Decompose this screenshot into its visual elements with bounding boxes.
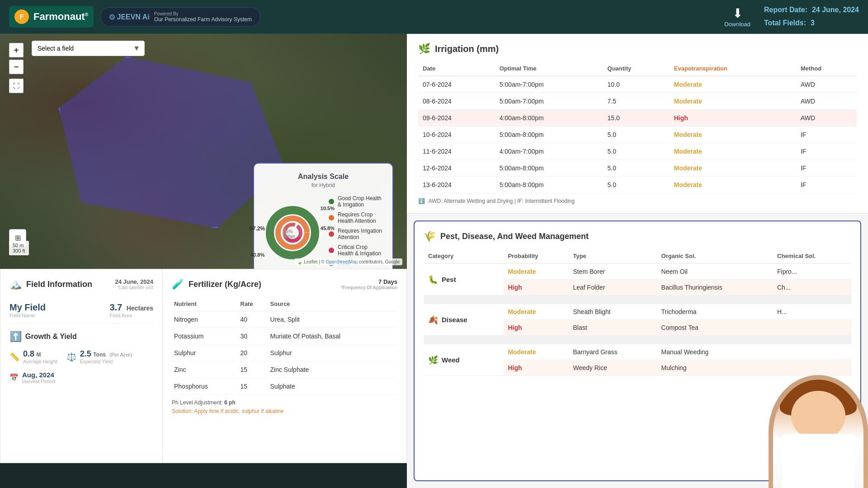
- fert-source: Urea, Split: [268, 311, 397, 328]
- pdw-col-chemical: Chemical Sol.: [773, 249, 851, 263]
- scale-chart: 97.2% 10.5% 45.8% 40.8% 5%Other Good Cro…: [263, 195, 383, 269]
- irr-time: 5:00am-8:00pm: [495, 160, 603, 177]
- pdw-col-probability: Probability: [503, 249, 568, 263]
- growth-header: ⬆️ Growth & Yield: [9, 331, 153, 343]
- irr-et: Moderate: [670, 76, 796, 93]
- irr-table-row: 13-6-2024 5:00am-8:00pm 5.0 Moderate IF: [418, 177, 857, 193]
- pdw-header: 🌾 Pest, Disease, And Weed Management: [424, 230, 851, 242]
- pdw-organic: Neem Oil: [657, 263, 773, 280]
- pdw-chemical: Ch...: [773, 280, 851, 296]
- scale-300ft: 300 ft: [13, 248, 25, 253]
- zoom-in-button[interactable]: +: [9, 43, 24, 57]
- download-area[interactable]: ⬇ Download: [724, 6, 750, 28]
- metric-yield: ⚖️ 2.5 Tons (Per Acre) Expected Yield: [66, 349, 132, 364]
- total-fields-value: 3: [811, 19, 815, 27]
- irr-method: IF: [796, 127, 857, 143]
- irr-time: 5:00am-8:00pm: [495, 127, 603, 143]
- irr-qty: 15.0: [603, 110, 670, 127]
- cat-icon-pest: 🐛: [428, 275, 438, 285]
- irr-date: 09-6-2024: [418, 110, 495, 127]
- irr-method: IF: [796, 177, 857, 193]
- scale-pct-10: 10.5%: [321, 206, 335, 211]
- pdw-type: Barnyard Grass: [568, 344, 656, 360]
- pdw-organic: Bacillus Thuringiensis: [657, 280, 773, 296]
- logo-name: Farmonaut: [33, 11, 85, 22]
- fert-col-nutrient: Nutrient: [172, 297, 238, 311]
- cat-label-pest: Pest: [442, 276, 456, 283]
- pdw-table-row: 🍂 Disease Moderate Sheath Blight Trichod…: [424, 304, 851, 320]
- field-polygon: [59, 56, 285, 228]
- fertilizer-frequency: *Frequency Of Application: [341, 285, 397, 290]
- irr-time: 5:00am-7:00pm: [495, 93, 603, 110]
- pdw-table-body: 🐛 Pest Moderate Stem Borer Neem Oil Fipr…: [424, 263, 851, 376]
- fert-rate: 30: [238, 328, 268, 345]
- fert-table-row: Phosphorus 15 Sulphate: [172, 378, 397, 395]
- pdw-chemical: H...: [773, 304, 851, 320]
- growth-title: Growth & Yield: [25, 333, 77, 341]
- cat-icon-weed: 🌿: [428, 355, 438, 365]
- pdw-icon: 🌾: [424, 230, 436, 242]
- harvest-label: Harvest Period: [22, 379, 55, 384]
- scale-title: Analysis Scale: [263, 173, 383, 181]
- pdw-table-row: 🌿 Weed Moderate Barnyard Grass Manual We…: [424, 344, 851, 360]
- height-values: 0.8 M Average Height: [23, 349, 57, 364]
- farmonaut-logo-icon: F: [14, 9, 29, 24]
- pdw-prob: Moderate: [503, 304, 568, 320]
- left-panel: + − ⛶ Select a field ▼ ⊞ Analysis Scale …: [0, 34, 407, 488]
- field-selector[interactable]: Select a field ▼: [32, 41, 145, 56]
- irr-table-row: 09-6-2024 4:00am-8:00pm 15.0 High AWD: [418, 110, 857, 127]
- total-fields-label: Total Fields:: [764, 19, 806, 27]
- fert-source: Zinc Sulphate: [268, 361, 397, 378]
- pdw-title: Pest, Disease, And Weed Management: [440, 232, 589, 241]
- analysis-scale-widget: Analysis Scale for Hybrid: [253, 163, 393, 269]
- field-info-card: 🏔️ Field Information 24 June, 2024 *Last…: [0, 269, 163, 463]
- zoom-out-button[interactable]: −: [9, 60, 24, 74]
- irr-table-row: 12-6-2024 5:00am-8:00pm 5.0 Moderate IF: [418, 160, 857, 177]
- fertilizer-header: 🧪 Fertilizer (Kg/Acre) 7 Days *Frequency…: [172, 278, 397, 290]
- fertilizer-table: Nutrient Rate Source Nitrogen 40 Urea, S…: [172, 297, 397, 395]
- fullscreen-button[interactable]: ⛶: [9, 79, 24, 93]
- map-area[interactable]: + − ⛶ Select a field ▼ ⊞ Analysis Scale …: [0, 34, 407, 269]
- field-last-satellite: *Last satellite visit: [115, 285, 153, 290]
- fert-table-row: Sulphur 20 Sulphur: [172, 345, 397, 361]
- irr-method: AWD: [796, 76, 857, 93]
- pdw-table-row: 🐛 Pest Moderate Stem Borer Neem Oil Fipr…: [424, 263, 851, 280]
- field-area-unit: Hectares: [127, 305, 153, 312]
- scale-bar: 50 m 300 ft: [9, 241, 29, 255]
- field-area-area: 3.7 Hectares Field Area: [109, 302, 153, 318]
- fert-col-rate: Rate: [238, 297, 268, 311]
- field-name-value: My Field: [9, 302, 46, 313]
- harvest-row: 📅 Aug, 2024 Harvest Period: [9, 371, 153, 384]
- metric-height: 📏 0.8 M Average Height: [9, 349, 57, 364]
- report-info: Report Date: 24 June, 2024 Total Fields:…: [764, 4, 859, 30]
- pdw-category-cell: 🍂 Disease: [424, 304, 503, 336]
- legend-item-critical: Critical Crop Health & Irrigation: [329, 244, 383, 257]
- fert-table-row: Nitrogen 40 Urea, Split: [172, 311, 397, 328]
- download-icon: ⬇: [724, 6, 750, 21]
- growth-icon: ⬆️: [9, 331, 22, 343]
- fertilizer-card: 🧪 Fertilizer (Kg/Acre) 7 Days *Frequency…: [163, 269, 407, 463]
- legend-dot-requires-irr: [329, 231, 334, 237]
- irr-col-qty: Quantity: [603, 61, 670, 76]
- pdw-chemical: [773, 320, 851, 336]
- yield-unit: Tons: [93, 352, 106, 358]
- fert-rate: 20: [238, 345, 268, 361]
- fert-nutrient: Sulphur: [172, 345, 238, 361]
- fert-table-header: Nutrient Rate Source: [172, 297, 397, 311]
- irr-et: High: [670, 110, 796, 127]
- scale-legend: Good Crop Health & Irrigation Requires C…: [329, 195, 383, 269]
- field-info-title: Field Information: [26, 280, 92, 289]
- pdw-type: Sheath Blight: [568, 304, 656, 320]
- irrigation-note-text: AWD: Alternate Wetting and Drying | IF: …: [429, 198, 575, 204]
- irr-qty: 5.0: [603, 160, 670, 177]
- irr-et: Moderate: [670, 143, 796, 160]
- header: F Farmonaut® ⊙ JEEVN Ai Powered By Our P…: [0, 0, 868, 34]
- cat-icon-disease: 🍂: [428, 315, 438, 325]
- legend-dot-critical: [329, 248, 334, 253]
- ph-note: Ph Level Adjustment: 6 ph: [172, 399, 397, 406]
- field-select-dropdown[interactable]: Select a field: [32, 41, 145, 56]
- scale-50m: 50 m: [13, 243, 24, 248]
- irr-qty: 7.5: [603, 93, 670, 110]
- yield-icon: ⚖️: [66, 352, 76, 362]
- fert-table-body: Nitrogen 40 Urea, Split Potassium 30 Mur…: [172, 311, 397, 395]
